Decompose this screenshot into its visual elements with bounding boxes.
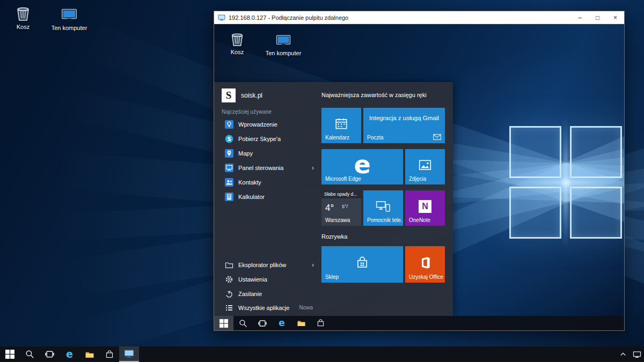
calendar-icon (334, 117, 348, 131)
weather-condition: Słabe opady d... (321, 190, 361, 198)
file-explorer-icon (225, 261, 233, 269)
this-pc-icon (61, 6, 78, 24)
task-view-icon (258, 319, 267, 328)
desktop-icon-label: Kosz (231, 49, 244, 55)
remote-store-button[interactable] (311, 316, 330, 330)
mail-headline: Integracja z usługą Gmail (363, 115, 445, 121)
edge-icon: e (279, 319, 285, 328)
remote-task-view-button[interactable] (253, 316, 272, 330)
windows-logo-icon (5, 350, 14, 359)
host-edge-button[interactable]: e (60, 346, 79, 362)
user-name: soisk.pl (241, 92, 262, 99)
host-start-button[interactable] (0, 346, 20, 362)
tile-pomocnik[interactable]: Pomocnik tele... (363, 190, 403, 226)
tray-display-button[interactable] (630, 346, 644, 362)
tile-sklep[interactable]: Sklep (321, 246, 403, 283)
tile-zdjecia[interactable]: Zdjęcia (405, 149, 445, 184)
recycle-bin-icon (14, 4, 32, 23)
recycle-bin-icon (229, 31, 246, 48)
tile-edge[interactable]: e Microsoft Edge (321, 149, 403, 184)
this-pc-icon (275, 33, 291, 49)
control-panel-icon (225, 164, 233, 172)
tile-grid: Kalendarz Integracja z usługą Gmail Pocz… (321, 108, 445, 285)
desktop-icon-label: Ten komputer (52, 25, 87, 31)
start-item-ustawienia[interactable]: Ustawienia (214, 272, 321, 286)
remote-desktop-icon (124, 349, 134, 359)
rdp-titlebar[interactable]: 192.168.0.127 - Podłączanie pulpitu zdal… (214, 11, 624, 24)
edge-icon: e (66, 349, 73, 359)
folder-icon (85, 350, 94, 359)
remote-edge-button[interactable]: e (272, 316, 291, 330)
store-icon (105, 350, 114, 359)
maps-icon (225, 149, 233, 158)
start-item-mapy[interactable]: Mapy (214, 146, 321, 160)
start-item-zasilanie[interactable]: Zasilanie (214, 286, 321, 301)
host-file-explorer-button[interactable] (79, 346, 99, 362)
rdp-titlebar-icon (218, 14, 225, 21)
rdp-window: 192.168.0.127 - Podłączanie pulpitu zdal… (214, 11, 625, 331)
new-badge: Nowa (299, 305, 313, 311)
start-user-tile[interactable]: S soisk.pl (222, 88, 262, 102)
user-logo: S (222, 88, 236, 102)
close-button[interactable]: × (606, 11, 624, 24)
host-taskbar: e (0, 346, 644, 362)
people-icon (225, 178, 233, 187)
host-desktop: Kosz Ten komputer 192.168.0.127 - Podłąc… (0, 0, 644, 362)
start-item-eksplorator[interactable]: Eksplorator plików › (214, 257, 321, 272)
weather-hilo: 5°/ (342, 204, 348, 209)
power-icon (225, 290, 233, 298)
rdp-client-area: Kosz Ten komputer S soisk.pl Najczęściej… (214, 24, 624, 330)
minimize-button[interactable]: – (571, 11, 589, 24)
store-icon (355, 256, 369, 270)
entertainment-header: Rozrywka (321, 233, 347, 240)
start-item-kontakty[interactable]: Kontakty (214, 175, 321, 189)
host-task-view-button[interactable] (40, 346, 60, 362)
mail-icon (433, 134, 441, 140)
remote-file-explorer-button[interactable] (291, 316, 311, 330)
submenu-chevron-icon: › (312, 261, 314, 269)
remote-start-button[interactable] (214, 316, 233, 330)
tile-pogoda[interactable]: Słabe opady d... 4° 5°/ Warszawa (321, 190, 361, 226)
host-store-button[interactable] (99, 346, 119, 362)
remote-search-button[interactable] (233, 316, 253, 330)
desktop-icon-label: Kosz (17, 24, 30, 30)
chevron-up-icon (620, 351, 626, 357)
submenu-chevron-icon: › (312, 164, 314, 172)
all-apps-icon (225, 304, 233, 312)
start-item-panel-sterowania[interactable]: Panel sterowania › (214, 160, 321, 175)
search-icon (239, 319, 247, 328)
windows-hero-logo (509, 126, 622, 239)
tile-onenote[interactable]: N OneNote (405, 190, 445, 226)
start-item-skype[interactable]: S Pobierz Skype'a (214, 131, 321, 146)
display-icon (633, 350, 641, 359)
host-search-button[interactable] (20, 346, 40, 362)
remote-taskbar: e (214, 316, 624, 330)
system-tray (616, 346, 644, 362)
tile-poczta[interactable]: Integracja z usługą Gmail Poczta (363, 108, 445, 143)
tray-expand-button[interactable] (616, 346, 630, 362)
skype-icon: S (225, 135, 233, 143)
desktop-icon-label: Ten komputer (266, 50, 302, 56)
remote-desktop-icon-ten-komputer[interactable]: Ten komputer (262, 33, 304, 56)
remote-desktop-icon-kosz[interactable]: Kosz (221, 31, 254, 55)
photos-icon (418, 158, 432, 172)
gear-icon (225, 275, 233, 284)
maximize-button[interactable]: □ (589, 11, 606, 24)
windows-logo-icon (219, 319, 228, 328)
edge-icon: e (354, 152, 370, 177)
onenote-icon: N (419, 200, 431, 213)
start-item-wszystkie-aplikacje[interactable]: Wszystkie aplikacje Nowa (214, 300, 321, 315)
tile-kalendarz[interactable]: Kalendarz (321, 108, 361, 143)
folder-icon (297, 319, 306, 328)
start-item-wprowadzenie[interactable]: Wprowadzenie (214, 117, 321, 131)
host-rdp-app-button[interactable] (119, 346, 139, 362)
start-item-kalkulator[interactable]: Kalkulator (214, 189, 321, 204)
desktop-icon-ten-komputer[interactable]: Ten komputer (48, 6, 90, 31)
office-icon (418, 256, 432, 270)
most-used-header: Najczęściej używane (222, 109, 272, 115)
tiles-header: Najważniejsza zawartość w zasięgu ręki (321, 92, 427, 98)
task-view-icon (45, 350, 54, 359)
desktop-icon-kosz[interactable]: Kosz (6, 4, 40, 30)
svg-text:S: S (227, 136, 231, 142)
tile-office[interactable]: Uzyskaj Office (405, 246, 445, 283)
